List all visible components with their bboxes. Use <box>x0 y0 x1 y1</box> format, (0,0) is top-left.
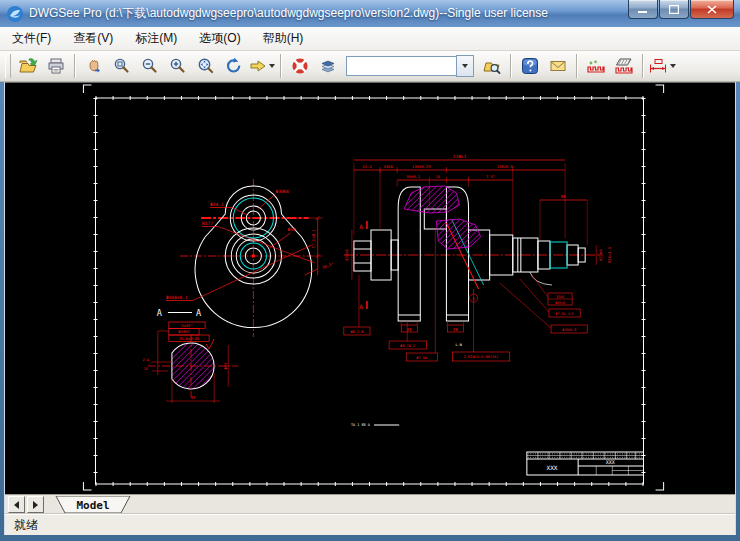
left-view: Φ30k6 Φ24.2 R177 Φ58 Φ104±0.1 57.2±0.1 3… <box>166 179 335 337</box>
markup-hatch-icon <box>614 57 634 75</box>
drawing-canvas[interactable]: Φ30k6 Φ24.2 R177 Φ58 Φ104±0.1 57.2±0.1 3… <box>5 82 735 494</box>
toolbar-separator <box>576 54 578 78</box>
note-box: Φ0.2 B <box>350 330 363 334</box>
email-button[interactable] <box>544 52 572 80</box>
open-icon <box>18 57 38 75</box>
rotate-button[interactable] <box>220 52 248 80</box>
zoom-window-icon <box>113 57 131 75</box>
email-icon <box>549 57 567 75</box>
filename-combobox <box>346 56 474 76</box>
section-aa-view: A A 5×45° Φ13H7 10.6±0.06 44 <box>143 308 239 403</box>
window-title: DWGSee Pro (d:\下载\autodwgdwgseepro\autod… <box>29 5 627 22</box>
note-box: Φ0.74 C <box>400 344 415 348</box>
arrow-right-icon <box>33 501 38 509</box>
ln-label: L-N <box>455 343 461 347</box>
section-mark: A <box>359 303 363 310</box>
measure-dropdown[interactable] <box>670 64 676 68</box>
dim-label: Φ24.2 <box>210 202 224 207</box>
dim-label: 28 <box>407 327 412 332</box>
section-label: A <box>157 308 162 318</box>
forward-arrow-button[interactable] <box>248 52 276 80</box>
markup-hatch-button[interactable] <box>610 52 638 80</box>
tab-model[interactable]: Model <box>50 496 136 514</box>
note-box: 2-M24×1.5-6H(15) <box>464 356 499 360</box>
combobox-input[interactable] <box>346 56 456 76</box>
status-text: 就绪 <box>14 517 38 534</box>
dim-label: 38±0.1 <box>406 175 420 180</box>
menu-file[interactable]: 文件(F) <box>2 27 61 50</box>
forward-arrow-icon <box>249 57 267 75</box>
zoom-in-icon <box>169 57 187 75</box>
dim-label: Φ58 <box>288 227 296 232</box>
zoom-extents-button[interactable] <box>192 52 220 80</box>
toolbar-separator <box>510 54 512 78</box>
layers-button[interactable] <box>314 52 342 80</box>
maximize-button[interactable] <box>659 0 689 19</box>
menu-options[interactable]: 选项(O) <box>189 27 250 50</box>
print-button[interactable] <box>42 52 70 80</box>
about-icon <box>291 57 309 75</box>
maximize-icon <box>669 5 679 14</box>
zoom-window-button[interactable] <box>108 52 136 80</box>
chevron-down-icon <box>462 64 468 68</box>
zoom-in-button[interactable] <box>164 52 192 80</box>
pan-icon <box>85 57 103 75</box>
about-button[interactable] <box>286 52 314 80</box>
menu-help[interactable]: 帮助(H) <box>253 27 314 50</box>
minimize-button[interactable] <box>628 0 658 19</box>
dim-label: Φ35k6 <box>344 249 349 261</box>
arrow-left-icon <box>14 501 19 509</box>
zoom-extents-icon <box>197 57 215 75</box>
dim-label: 2.4 <box>143 358 149 362</box>
dim-label: 14 <box>436 175 441 180</box>
tab-scroll-left-button[interactable] <box>8 496 25 513</box>
title-bar[interactable]: DWGSee Pro (d:\下载\autodwgdwgseepro\autod… <box>0 0 740 27</box>
toolbar-separator <box>74 54 76 78</box>
search-folder-button[interactable] <box>478 52 506 80</box>
toolbar-separator <box>280 54 282 78</box>
right-view: 218±1 22.4 43k6 138±0.29 170±0.8 38±0.1 … <box>344 154 612 427</box>
pan-button[interactable] <box>80 52 108 80</box>
zoom-out-icon <box>141 57 159 75</box>
close-button[interactable] <box>690 0 734 19</box>
note-box: Φ7.5m <box>416 356 427 360</box>
dim-label: Φ25h6 <box>598 249 603 261</box>
open-button[interactable] <box>14 52 42 80</box>
combobox-dropdown-button[interactable] <box>456 55 474 77</box>
window-controls <box>627 0 734 27</box>
section-label: A <box>196 308 201 318</box>
note-box: 35k6 <box>556 295 564 299</box>
measure-button[interactable] <box>648 52 676 80</box>
markup-dimension-button[interactable] <box>582 52 610 80</box>
title-block: XXX XXX <box>527 452 644 475</box>
dim-label: Φ42 <box>223 362 228 370</box>
note-box-row: 5×45° <box>181 323 192 328</box>
tab-scroll-right-button[interactable] <box>27 496 44 513</box>
menu-view[interactable]: 查看(V) <box>63 27 123 50</box>
help-button[interactable] <box>516 52 544 80</box>
note-box: Φ35r6 <box>555 301 565 305</box>
forward-arrow-dropdown[interactable] <box>269 64 275 68</box>
zoom-out-button[interactable] <box>136 52 164 80</box>
minimize-icon <box>638 5 648 14</box>
section-mark: A <box>359 223 363 230</box>
drawing-frame <box>83 85 663 490</box>
title-block-cell: XXX <box>547 465 558 472</box>
tech-note: TA 1 88 A <box>351 423 371 427</box>
rotate-icon <box>225 57 243 75</box>
dim-label: 28 <box>453 327 458 332</box>
dim-label: 43k6 <box>384 165 394 170</box>
dim-label: 7.5° <box>486 175 495 180</box>
toolbar-grip[interactable] <box>5 54 11 78</box>
dim-label: Φ104±0.1 <box>166 295 188 300</box>
client-area: Φ30k6 Φ24.2 R177 Φ58 Φ104±0.1 57.2±0.1 3… <box>4 82 736 535</box>
menu-bar: 文件(F) 查看(V) 标注(M) 选项(O) 帮助(H) <box>0 27 740 51</box>
dim-label: 44 <box>191 396 196 401</box>
note-box-row: Φ13H7 <box>178 330 189 335</box>
dim-label: 22.4 <box>362 165 372 170</box>
note-box: Φ25h6-B <box>562 328 576 332</box>
datum-balloon: 5 <box>473 297 475 301</box>
search-folder-icon <box>482 57 502 75</box>
menu-markup[interactable]: 标注(M) <box>125 27 187 50</box>
dim-label: 218±1 <box>453 154 467 159</box>
